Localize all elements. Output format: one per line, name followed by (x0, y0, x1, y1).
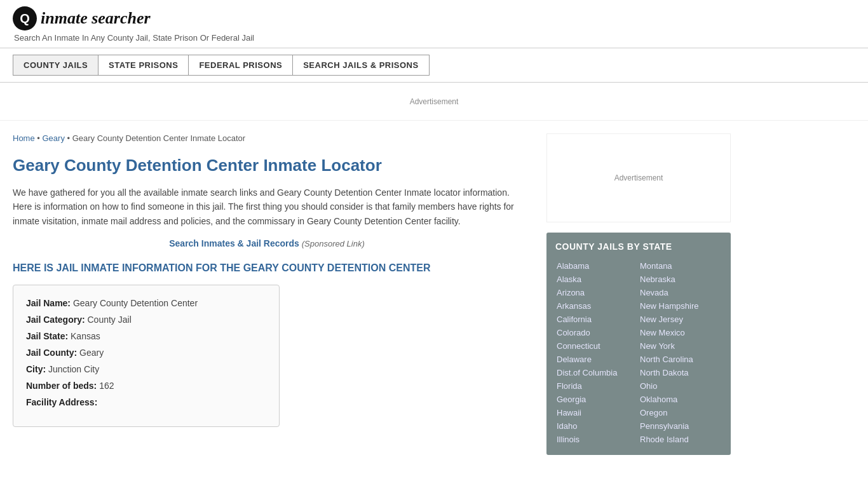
state-link[interactable]: Idaho (555, 419, 639, 433)
jail-city-value: Junction City (48, 364, 99, 374)
breadcrumb-home[interactable]: Home (13, 133, 35, 143)
nav-county-jails[interactable]: COUNTY JAILS (13, 55, 98, 76)
state-list-box: COUNTY JAILS BY STATE AlabamaAlaskaArizo… (546, 233, 731, 455)
jail-name-row: Jail Name: Geary County Detention Center (26, 298, 266, 308)
state-link[interactable]: Oklahoma (639, 393, 722, 406)
main-content: Home • Geary • Geary County Detention Ce… (13, 121, 534, 468)
jail-county-label: Jail County: (26, 348, 77, 358)
jail-category-row: Jail Category: County Jail (26, 315, 266, 325)
ad-banner-top: Advertisement (0, 83, 868, 121)
breadcrumb: Home • Geary • Geary County Detention Ce… (13, 133, 521, 143)
jail-address-row: Facility Address: (26, 397, 266, 407)
breadcrumb-current: Geary County Detention Center Inmate Loc… (72, 133, 245, 143)
logo-text: inmate searcher (41, 9, 151, 28)
logo-icon: Q (13, 6, 37, 30)
body-text: We have gathered for you all the availab… (13, 186, 521, 228)
sponsored-link[interactable]: Search Inmates & Jail Records (169, 238, 299, 248)
state-link[interactable]: New Jersey (639, 313, 722, 326)
nav-bar: COUNTY JAILS STATE PRISONS FEDERAL PRISO… (0, 48, 868, 83)
state-link[interactable]: Colorado (555, 326, 639, 339)
jail-name-label: Jail Name: (26, 298, 71, 308)
state-link[interactable]: Alabama (555, 259, 639, 273)
breadcrumb-geary[interactable]: Geary (42, 133, 64, 143)
state-link[interactable]: New Mexico (639, 326, 722, 339)
state-link[interactable]: New York (639, 339, 722, 353)
jail-name-val: Geary County Detention Center (73, 298, 198, 308)
jail-category-value: County Jail (87, 315, 131, 325)
ad-top-label: Advertisement (410, 97, 459, 106)
tagline: Search An Inmate In Any County Jail, Sta… (14, 33, 855, 43)
state-link[interactable]: Alaska (555, 273, 639, 286)
info-section-heading: HERE IS JAIL INMATE INFORMATION FOR THE … (13, 261, 521, 275)
jail-beds-value: 162 (99, 381, 114, 391)
header: Q inmate searcher Search An Inmate In An… (0, 0, 868, 48)
sidebar: Advertisement COUNTY JAILS BY STATE Alab… (534, 121, 731, 468)
ad-side-label: Advertisement (614, 173, 663, 182)
state-link[interactable]: Nebraska (639, 273, 722, 286)
state-link[interactable]: Arizona (555, 286, 639, 299)
state-link[interactable]: North Carolina (639, 353, 722, 366)
state-link[interactable]: Georgia (555, 393, 639, 406)
jail-state-row: Jail State: Kansas (26, 331, 266, 341)
state-link[interactable]: California (555, 313, 639, 326)
state-link[interactable]: Arkansas (555, 299, 639, 313)
main-layout: Home • Geary • Geary County Detention Ce… (0, 121, 868, 468)
jail-county-value: Geary (79, 348, 104, 358)
nav-state-prisons[interactable]: STATE PRISONS (98, 55, 188, 76)
state-link[interactable]: Ohio (639, 379, 722, 393)
state-link[interactable]: Dist.of Columbia (555, 366, 639, 379)
jail-category-label: Jail Category: (26, 315, 85, 325)
jail-info-box: Jail Name: Geary County Detention Center… (13, 285, 280, 427)
jail-state-label: Jail State: (26, 331, 68, 341)
jail-county-row: Jail County: Geary (26, 348, 266, 358)
state-link[interactable]: Pennsylvania (639, 419, 722, 433)
sponsored-note-text: (Sponsored Link) (302, 239, 365, 248)
state-link[interactable]: North Dakota (639, 366, 722, 379)
nav-federal-prisons[interactable]: FEDERAL PRISONS (188, 55, 292, 76)
jail-city-row: City: Junction City (26, 364, 266, 374)
state-link[interactable]: Illinois (555, 433, 639, 446)
state-columns: AlabamaAlaskaArizonaArkansasCaliforniaCo… (555, 259, 722, 446)
state-col-right: MontanaNebraskaNevadaNew HampshireNew Je… (639, 259, 722, 446)
jail-state-value: Kansas (71, 331, 100, 341)
state-box-title: COUNTY JAILS BY STATE (555, 241, 722, 252)
state-col-left: AlabamaAlaskaArizonaArkansasCaliforniaCo… (555, 259, 639, 446)
jail-address-label: Facility Address: (26, 397, 97, 407)
state-link[interactable]: Florida (555, 379, 639, 393)
ad-banner-side: Advertisement (546, 133, 731, 222)
state-link[interactable]: Nevada (639, 286, 722, 299)
state-link[interactable]: Oregon (639, 406, 722, 419)
jail-beds-label: Number of beds: (26, 381, 97, 391)
page-title: Geary County Detention Center Inmate Loc… (13, 156, 521, 175)
nav-search-jails[interactable]: SEARCH JAILS & PRISONS (292, 55, 429, 76)
sponsored-link-container: Search Inmates & Jail Records (Sponsored… (13, 238, 521, 248)
jail-beds-row: Number of beds: 162 (26, 381, 266, 391)
state-link[interactable]: Delaware (555, 353, 639, 366)
state-link[interactable]: Hawaii (555, 406, 639, 419)
state-link[interactable]: Rhode Island (639, 433, 722, 446)
logo-area: Q inmate searcher (13, 6, 855, 30)
state-link[interactable]: Connecticut (555, 339, 639, 353)
state-link[interactable]: Montana (639, 259, 722, 273)
state-link[interactable]: New Hampshire (639, 299, 722, 313)
jail-city-label: City: (26, 364, 46, 374)
